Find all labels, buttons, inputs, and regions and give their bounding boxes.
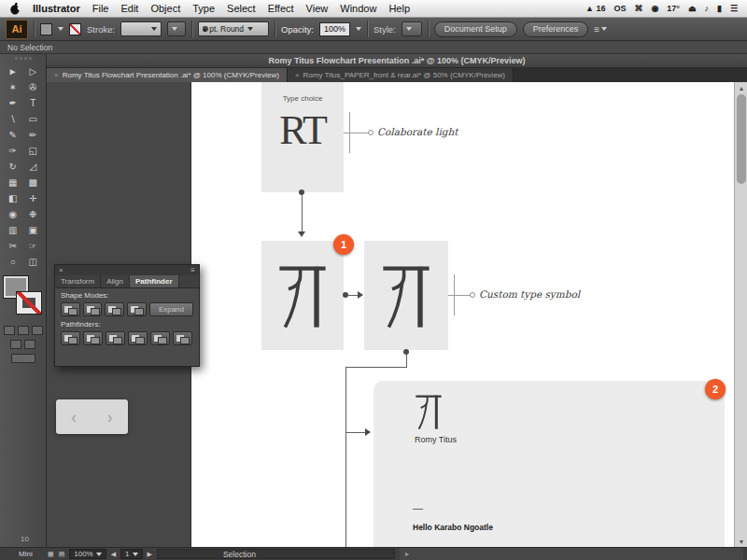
scale-tool[interactable]: ◿ xyxy=(23,159,44,175)
zoom-control[interactable]: 100% xyxy=(69,549,106,559)
rectangle-tool[interactable]: ▭ xyxy=(23,111,44,127)
trim-button[interactable] xyxy=(83,331,103,345)
grid-view-icon[interactable]: ▦ xyxy=(48,551,54,558)
artboard-next-button[interactable]: › xyxy=(107,407,113,427)
blend-tool[interactable]: ◉ xyxy=(3,206,23,222)
prev-artboard-icon[interactable]: ◀ xyxy=(111,551,116,558)
business-card-preview[interactable]: Romy Titus — Hello Karabo Ngoatle xyxy=(374,381,725,547)
flowchart-node-symbol[interactable] xyxy=(364,241,448,350)
list-view-icon[interactable]: ▤ xyxy=(59,551,65,558)
fill-caret-icon[interactable] xyxy=(58,27,63,31)
selection-tool[interactable]: ► xyxy=(3,63,23,79)
chevron-right-icon[interactable]: ▸ xyxy=(405,550,409,558)
expand-button[interactable]: Expand xyxy=(149,302,193,316)
eject-icon[interactable]: ⏏ xyxy=(688,4,697,13)
menu-effect[interactable]: Effect xyxy=(268,3,294,14)
gradient-tool[interactable]: ◧ xyxy=(3,190,23,206)
tab-transform[interactable]: Transform xyxy=(55,275,101,287)
lasso-tool[interactable]: ✇ xyxy=(23,79,44,95)
chevron-down-icon[interactable] xyxy=(356,27,361,31)
temperature-indicator[interactable]: 17° xyxy=(667,4,680,13)
notification-center-icon[interactable]: ☰ xyxy=(730,4,738,13)
style-dropdown[interactable] xyxy=(402,21,422,36)
outline-button[interactable] xyxy=(150,331,170,345)
menu-help[interactable]: Help xyxy=(388,3,410,14)
menu-window[interactable]: Window xyxy=(340,3,376,14)
next-artboard-icon[interactable]: ▶ xyxy=(148,551,152,558)
line-segment-tool[interactable]: ∖ xyxy=(3,111,23,127)
draw-normal-button[interactable] xyxy=(10,340,21,349)
stroke-weight-dropdown[interactable] xyxy=(120,21,162,36)
hand-tool[interactable]: ☞ xyxy=(23,238,44,254)
zoom-tool[interactable]: ○ xyxy=(3,254,23,270)
menu-select[interactable]: Select xyxy=(227,3,256,14)
pencil-tool[interactable]: ✏ xyxy=(23,127,44,143)
slice-tool[interactable]: ✂ xyxy=(3,238,23,254)
artboard-number-field[interactable]: 1 xyxy=(120,549,142,559)
control-panel-menu[interactable]: ≡ xyxy=(594,24,607,35)
preferences-button[interactable]: Preferences xyxy=(523,21,589,37)
magic-wand-tool[interactable]: ✶ xyxy=(3,79,23,95)
volume-icon[interactable]: ♪ xyxy=(704,4,709,13)
artboard-prev-button[interactable]: ‹ xyxy=(71,407,77,427)
document-tab-inactive[interactable]: × Romy Titus_PAPER_front & rear.ai* @ 50… xyxy=(288,68,514,82)
paintbrush-tool[interactable]: ✎ xyxy=(3,127,23,143)
os-icon[interactable]: OS xyxy=(613,4,626,13)
scroll-down-icon[interactable]: ▼ xyxy=(735,536,747,547)
intersect-button[interactable] xyxy=(105,302,124,316)
menu-type[interactable]: Type xyxy=(192,3,215,14)
divide-button[interactable] xyxy=(61,331,80,345)
close-icon[interactable]: × xyxy=(295,71,300,79)
panel-grip[interactable] xyxy=(0,54,46,63)
vertical-scrollbar[interactable]: ▲ ▼ xyxy=(734,82,747,547)
scroll-up-icon[interactable]: ▲ xyxy=(735,82,747,93)
symbol-sprayer-tool[interactable]: ❉ xyxy=(23,206,44,222)
minus-front-button[interactable] xyxy=(83,302,103,316)
eye-icon[interactable]: ◉ xyxy=(651,4,658,13)
crop-button[interactable] xyxy=(128,331,148,345)
menu-view[interactable]: View xyxy=(306,3,329,14)
unite-button[interactable] xyxy=(61,302,80,316)
close-icon[interactable]: × xyxy=(59,266,63,274)
eraser-tool[interactable]: ◫ xyxy=(23,254,44,270)
minus-back-button[interactable] xyxy=(173,331,192,345)
flowchart-node-type-choice[interactable]: Type choice RT xyxy=(261,82,344,192)
type-tool[interactable]: T xyxy=(23,95,44,111)
shape-builder-tool[interactable]: ◱ xyxy=(23,143,44,159)
color-button[interactable] xyxy=(4,326,15,335)
perspective-grid-tool[interactable]: ▦ xyxy=(3,175,23,190)
document-title-bar[interactable]: Romy Titus Flowchart Presentation .ai* @… xyxy=(47,54,747,68)
pen-tool[interactable]: ✒ xyxy=(3,95,23,111)
opacity-field[interactable]: 100% xyxy=(319,22,350,36)
battery2-icon[interactable]: ▮ xyxy=(717,4,722,13)
variable-width-dropdown[interactable] xyxy=(167,21,186,36)
document-tab-active[interactable]: × Romy Titus Flowchart Presentation .ai*… xyxy=(47,68,288,82)
merge-button[interactable] xyxy=(106,331,125,345)
app-menu[interactable]: Illustrator xyxy=(33,3,80,14)
brush-dropdown[interactable]: ● 5 pt. Round xyxy=(198,21,269,36)
artboard-tool[interactable]: ▣ xyxy=(23,222,44,238)
fill-color-swatch[interactable] xyxy=(40,23,52,35)
graph-tool[interactable]: ▥ xyxy=(3,222,23,238)
tab-pathfinder[interactable]: Pathfinder xyxy=(130,275,179,287)
stroke-swatch[interactable] xyxy=(17,292,41,314)
panel-menu-icon[interactable]: ≡ xyxy=(190,266,195,274)
battery-icon[interactable]: ▲ 16 xyxy=(585,4,605,13)
scrollbar-thumb[interactable] xyxy=(737,94,746,184)
menu-edit[interactable]: Edit xyxy=(120,3,138,14)
screen-mode-button[interactable] xyxy=(11,354,35,363)
width-tool[interactable]: ✑ xyxy=(3,143,23,159)
input-menu-icon[interactable]: ⌘ xyxy=(634,4,642,13)
rotate-tool[interactable]: ↻ xyxy=(3,159,23,175)
draw-behind-button[interactable] xyxy=(24,340,35,349)
menu-object[interactable]: Object xyxy=(150,3,180,14)
direct-selection-tool[interactable]: ▷ xyxy=(23,63,44,79)
eyedropper-tool[interactable]: ✛ xyxy=(23,190,44,206)
close-icon[interactable]: × xyxy=(54,71,59,79)
document-setup-button[interactable]: Document Setup xyxy=(434,21,517,37)
none-button[interactable] xyxy=(32,326,43,335)
tab-align[interactable]: Align xyxy=(101,275,130,287)
flowchart-node-custom-type[interactable] xyxy=(261,241,344,350)
exclude-button[interactable] xyxy=(127,302,147,316)
menu-file[interactable]: File xyxy=(92,3,109,14)
